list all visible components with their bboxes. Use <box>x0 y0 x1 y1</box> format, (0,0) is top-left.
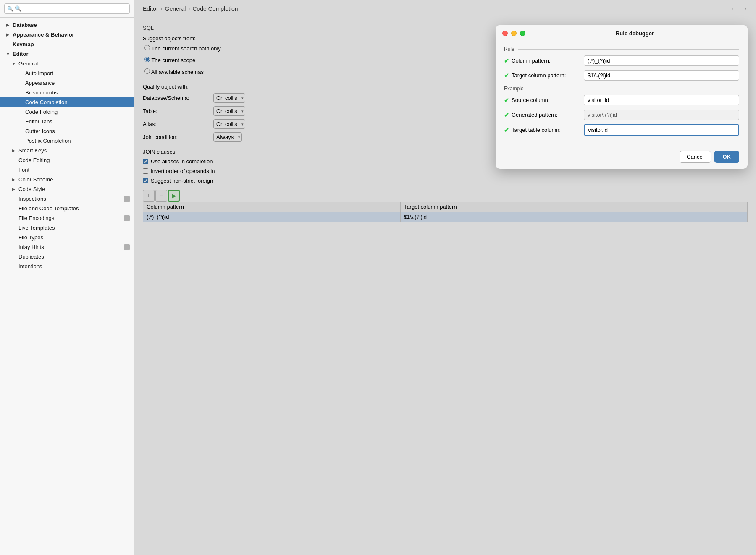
minimize-button[interactable] <box>511 31 517 36</box>
rule-debugger-dialog: Rule debugger Rule ✔ Column pattern: ✔ T… <box>496 25 748 169</box>
sidebar-item-keymap[interactable]: Keymap <box>0 39 134 49</box>
main-content: Editor › General › Code Completion ← → S… <box>134 0 756 555</box>
sidebar-item-label: Smart Keys <box>18 147 47 154</box>
check-icon-1: ✔ <box>504 58 509 64</box>
sidebar-item-label: Code Folding <box>25 109 58 115</box>
sidebar-item-smart-keys[interactable]: ▶Smart Keys <box>0 146 134 155</box>
target-table-column-row: ✔ Target table.column: <box>504 124 739 136</box>
sidebar-item-label: Color Scheme <box>18 176 53 183</box>
sidebar-item-label: Keymap <box>13 41 34 47</box>
target-column-pattern-label: ✔ Target column pattern: <box>504 72 580 79</box>
sidebar-item-duplicates[interactable]: Duplicates <box>0 252 134 262</box>
check-icon-5: ✔ <box>504 127 509 134</box>
ok-button[interactable]: OK <box>714 151 740 163</box>
sidebar-item-label: Intentions <box>18 263 42 270</box>
sidebar-item-label: File and Code Templates <box>18 205 79 212</box>
column-pattern-label: ✔ Column pattern: <box>504 58 580 64</box>
check-icon-4: ✔ <box>504 112 509 118</box>
sidebar-item-editor[interactable]: ▼Editor <box>0 49 134 59</box>
sidebar-item-font[interactable]: Font <box>0 165 134 175</box>
settings-badge-icon <box>124 196 130 202</box>
sidebar-item-label: Editor <box>13 51 29 57</box>
sidebar-item-label: File Types <box>18 234 43 241</box>
sidebar-item-label: Duplicates <box>18 254 44 260</box>
generated-pattern-input[interactable] <box>584 110 739 120</box>
sidebar-item-auto-import[interactable]: Auto Import <box>0 68 134 78</box>
sidebar-item-file-code-templates[interactable]: File and Code Templates <box>0 204 134 213</box>
sidebar-item-code-editing[interactable]: Code Editing <box>0 155 134 165</box>
collapsed-arrow-icon: ▶ <box>6 23 11 27</box>
column-pattern-row: ✔ Column pattern: <box>504 55 739 66</box>
sidebar-item-label: Font <box>18 167 29 173</box>
sidebar-item-label: Gutter Icons <box>25 128 55 134</box>
settings-badge-icon <box>124 215 130 221</box>
nav-tree: ▶Database▶Appearance & BehaviorKeymap▼Ed… <box>0 18 134 555</box>
generated-pattern-label: ✔ Generated pattern: <box>504 112 580 118</box>
sidebar-item-editor-tabs[interactable]: Editor Tabs <box>0 117 134 126</box>
dialog-overlay: Rule debugger Rule ✔ Column pattern: ✔ T… <box>134 0 756 555</box>
source-column-row: ✔ Source column: <box>504 95 739 105</box>
sidebar-item-label: Appearance <box>25 80 55 86</box>
expanded-arrow-icon: ▼ <box>12 61 17 66</box>
sidebar-item-breadcrumbs[interactable]: Breadcrumbs <box>0 88 134 97</box>
sidebar-item-label: Live Templates <box>18 225 55 231</box>
example-section-label: Example <box>504 86 739 92</box>
dialog-body: Rule ✔ Column pattern: ✔ Target column p… <box>496 40 748 147</box>
settings-badge-icon <box>124 244 130 250</box>
collapsed-arrow-icon: ▶ <box>12 148 17 153</box>
column-pattern-input[interactable] <box>584 55 739 66</box>
sidebar-item-appearance-behavior[interactable]: ▶Appearance & Behavior <box>0 30 134 39</box>
sidebar-item-label: Auto Import <box>25 70 53 76</box>
maximize-button[interactable] <box>520 31 525 36</box>
cancel-button[interactable]: Cancel <box>680 151 711 163</box>
target-table-column-input[interactable] <box>584 124 739 136</box>
sidebar-item-intentions[interactable]: Intentions <box>0 262 134 271</box>
target-table-column-label: ✔ Target table.column: <box>504 127 580 134</box>
sidebar: 🔍 ▶Database▶Appearance & BehaviorKeymap▼… <box>0 0 134 555</box>
check-icon-2: ✔ <box>504 72 509 79</box>
sidebar-item-appearance[interactable]: Appearance <box>0 78 134 88</box>
sidebar-item-label: Code Style <box>18 186 45 192</box>
collapsed-arrow-icon: ▶ <box>12 187 17 191</box>
sidebar-item-code-folding[interactable]: Code Folding <box>0 107 134 117</box>
sidebar-item-postfix-completion[interactable]: Postfix Completion <box>0 136 134 146</box>
target-column-pattern-input[interactable] <box>584 70 739 81</box>
source-column-input[interactable] <box>584 95 739 105</box>
sidebar-item-color-scheme[interactable]: ▶Color Scheme <box>0 175 134 184</box>
sidebar-item-file-encodings[interactable]: File Encodings <box>0 213 134 223</box>
sidebar-item-inspections[interactable]: Inspections <box>0 194 134 204</box>
sidebar-item-label: Inspections <box>18 196 46 202</box>
sidebar-item-code-completion[interactable]: Code Completion <box>0 97 134 107</box>
sidebar-item-live-templates[interactable]: Live Templates <box>0 223 134 233</box>
sidebar-item-label: Editor Tabs <box>25 118 52 125</box>
search-bar: 🔍 <box>0 0 134 18</box>
check-icon-3: ✔ <box>504 97 509 104</box>
sidebar-item-code-style[interactable]: ▶Code Style <box>0 184 134 194</box>
sidebar-item-gutter-icons[interactable]: Gutter Icons <box>0 126 134 136</box>
expanded-arrow-icon: ▼ <box>6 52 11 56</box>
rule-section-label: Rule <box>504 46 739 52</box>
sidebar-item-inlay-hints[interactable]: Inlay Hints <box>0 242 134 252</box>
target-column-pattern-row: ✔ Target column pattern: <box>504 70 739 81</box>
dialog-titlebar: Rule debugger <box>496 25 748 40</box>
sidebar-item-general[interactable]: ▼General <box>0 59 134 68</box>
search-input[interactable] <box>4 3 130 14</box>
sidebar-item-label: General <box>18 60 38 67</box>
collapsed-arrow-icon: ▶ <box>6 32 11 37</box>
search-icon: 🔍 <box>7 6 13 12</box>
sidebar-item-label: Code Completion <box>25 99 67 105</box>
sidebar-item-label: File Encodings <box>18 215 54 221</box>
sidebar-item-label: Breadcrumbs <box>25 89 58 96</box>
generated-pattern-row: ✔ Generated pattern: <box>504 110 739 120</box>
sidebar-item-label: Appearance & Behavior <box>13 31 74 38</box>
sidebar-item-label: Inlay Hints <box>18 244 44 250</box>
source-column-label: ✔ Source column: <box>504 97 580 104</box>
close-button[interactable] <box>502 31 508 36</box>
sidebar-item-label: Code Editing <box>18 157 50 163</box>
dialog-title: Rule debugger <box>529 30 741 37</box>
sidebar-item-label: Database <box>13 22 37 28</box>
collapsed-arrow-icon: ▶ <box>12 177 17 182</box>
dialog-buttons: Cancel OK <box>496 147 748 169</box>
sidebar-item-file-types[interactable]: File Types <box>0 233 134 242</box>
sidebar-item-database[interactable]: ▶Database <box>0 20 134 30</box>
